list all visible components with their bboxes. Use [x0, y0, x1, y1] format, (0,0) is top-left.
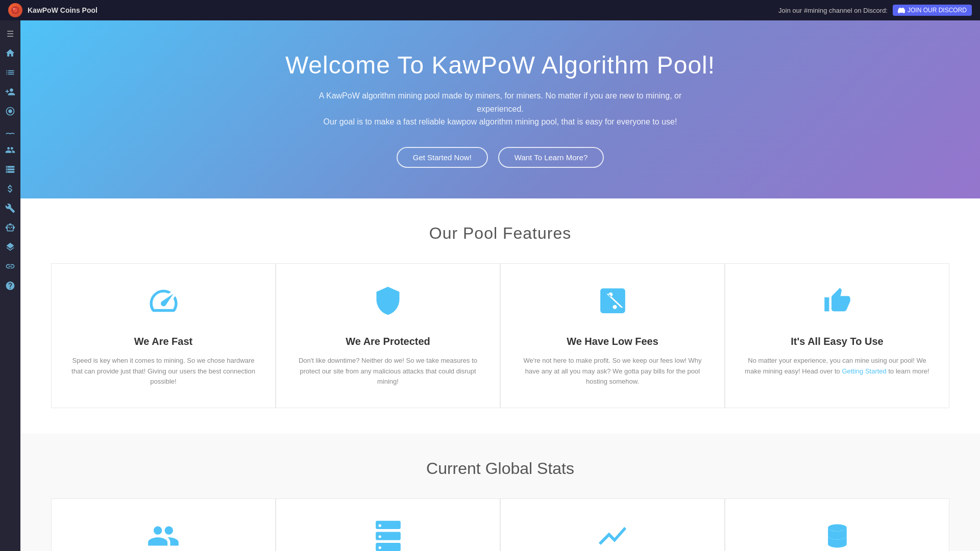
feature-desc-protected: Don't like downtime? Neither do we! So w… — [291, 356, 484, 387]
hero-subtitle-line2: Our goal is to make a fast reliable kawp… — [324, 117, 677, 126]
sidebar-item-add-user[interactable] — [1, 83, 19, 101]
sidebar-item-coins[interactable] — [1, 180, 19, 198]
main-content: Welcome To KawPoW Algorithm Pool! A KawP… — [20, 20, 980, 551]
feature-desc-fast: Speed is key when it comes to mining. So… — [67, 356, 260, 387]
sidebar-item-home[interactable] — [1, 44, 19, 62]
sidebar-item-help[interactable] — [1, 277, 19, 295]
getting-started-link[interactable]: Getting Started — [842, 367, 886, 375]
hero-subtitle-line1: A KawPoW algorithm mining pool made by m… — [319, 91, 682, 113]
topbar: KawPoW Coins Pool Join our #mining chann… — [0, 0, 980, 20]
feature-card-easy: It's All Easy To Use No matter your expe… — [725, 263, 949, 408]
svg-point-2 — [13, 8, 15, 10]
sidebar-item-waves[interactable] — [1, 121, 19, 140]
hero-buttons: Get Started Now! Want To Learn More? — [397, 147, 604, 168]
feature-desc-fees: We're not here to make profit. So we kee… — [516, 356, 709, 387]
stat-card-server — [276, 498, 500, 551]
discord-button[interactable]: JOIN OUR DISCORD — [893, 5, 972, 16]
stat-card-users — [51, 498, 276, 551]
percent-icon — [596, 284, 629, 323]
shield-icon — [373, 284, 403, 323]
app-title: KawPoW Coins Pool — [28, 6, 97, 14]
features-section: Our Pool Features We Are Fast Speed is k… — [20, 198, 980, 434]
features-grid: We Are Fast Speed is key when it comes t… — [51, 263, 949, 408]
stats-section: Current Global Stats — [20, 434, 980, 551]
stat-card-chart — [500, 498, 725, 551]
thumbsup-icon — [823, 284, 851, 323]
get-started-button[interactable]: Get Started Now! — [397, 147, 488, 168]
sidebar-item-group[interactable] — [1, 141, 19, 159]
stats-title: Current Global Stats — [51, 459, 949, 478]
discord-label: Join our #mining channel on Discord: — [778, 7, 888, 14]
hero-subtitle: A KawPoW algorithm mining pool made by m… — [316, 89, 684, 129]
database-icon — [823, 519, 851, 551]
app-logo — [8, 3, 22, 17]
sidebar-item-list[interactable] — [1, 63, 19, 82]
hero-title: Welcome To KawPoW Algorithm Pool! — [285, 51, 715, 79]
sidebar-item-robot[interactable] — [1, 218, 19, 237]
feature-card-protected: We Are Protected Don't like downtime? Ne… — [276, 263, 500, 408]
features-title: Our Pool Features — [51, 224, 949, 243]
server-icon — [372, 519, 405, 551]
feature-desc-easy: No matter your experience, you can mine … — [741, 356, 934, 377]
sidebar-item-dashboard[interactable] — [1, 102, 19, 120]
sidebar: ☰ — [0, 20, 20, 551]
sidebar-item-layers[interactable] — [1, 238, 19, 256]
discord-btn-label: JOIN OUR DISCORD — [908, 7, 967, 14]
users-icon — [145, 519, 181, 551]
sidebar-menu-toggle[interactable]: ☰ — [1, 24, 19, 43]
sidebar-item-link[interactable] — [1, 257, 19, 276]
sidebar-item-tools[interactable] — [1, 199, 19, 217]
svg-point-3 — [828, 524, 847, 532]
learn-more-button[interactable]: Want To Learn More? — [498, 147, 604, 168]
chart-icon — [595, 519, 630, 551]
hero-section: Welcome To KawPoW Algorithm Pool! A KawP… — [20, 20, 980, 198]
topbar-left: KawPoW Coins Pool — [8, 3, 97, 17]
feature-card-fees: We Have Low Fees We're not here to make … — [500, 263, 725, 408]
topbar-right: Join our #mining channel on Discord: JOI… — [778, 5, 972, 16]
feature-title-fast: We Are Fast — [134, 336, 192, 347]
stats-grid — [51, 498, 949, 551]
feature-title-protected: We Are Protected — [346, 336, 430, 347]
feature-title-fees: We Have Low Fees — [567, 336, 658, 347]
stat-card-database — [725, 498, 949, 551]
feature-card-fast: We Are Fast Speed is key when it comes t… — [51, 263, 276, 408]
sidebar-item-storage[interactable] — [1, 160, 19, 179]
speedometer-icon — [147, 284, 180, 323]
feature-title-easy: It's All Easy To Use — [791, 336, 883, 347]
